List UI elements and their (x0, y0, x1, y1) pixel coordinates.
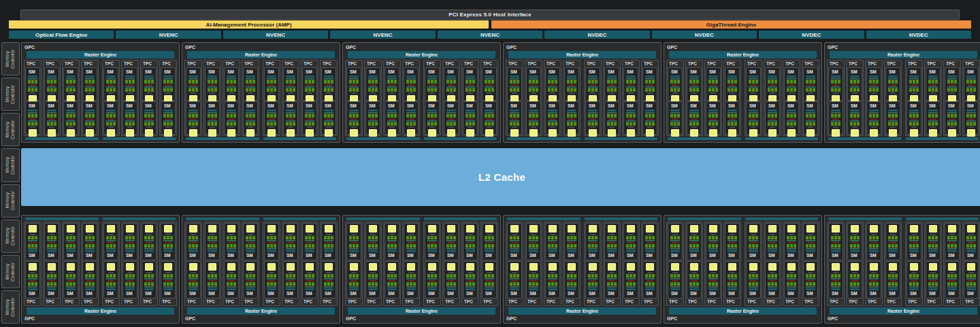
tpc-group-strip (186, 218, 259, 220)
sm-core-block (850, 236, 860, 241)
sm-core-block (869, 86, 879, 92)
sm-core-bars (909, 80, 919, 84)
tpc-group-strip (103, 218, 176, 220)
sm-core-block (510, 244, 519, 249)
sm-block: SM (604, 261, 619, 298)
cuda-core-bar (774, 114, 777, 118)
cuda-core-bar (951, 244, 953, 247)
cuda-core-bar (513, 244, 516, 247)
sm-rt-core-block (787, 263, 796, 271)
cuda-core-bar (289, 80, 292, 84)
sm-core-bars (163, 122, 173, 126)
sm-core-block-cap (966, 112, 976, 114)
cuda-core-bar (529, 274, 532, 277)
sm-separator-strip (408, 242, 414, 243)
sm-block: SM (82, 223, 97, 260)
sm-core-block-cap (728, 112, 737, 114)
cuda-core-bar (92, 114, 95, 118)
sm-core-block-cap (645, 112, 655, 114)
cuda-core-bar (853, 114, 856, 118)
sm-separator-strip (325, 118, 332, 120)
cuda-core-bar (434, 244, 437, 247)
sm-core-block (368, 112, 378, 118)
sm-block: SM (765, 101, 780, 135)
sm-label: SM (267, 69, 276, 75)
sm-core-block-cap (548, 240, 557, 241)
sm-core-bars (406, 114, 416, 118)
cuda-core-bar (752, 114, 755, 118)
sm-core-bars (466, 122, 475, 126)
tpc-block: TPCSMSM (140, 222, 158, 306)
cuda-core-bar (349, 80, 352, 84)
tpc-label: TPC (847, 61, 862, 67)
cuda-core-bar (517, 244, 519, 247)
cuda-core-bar (630, 282, 632, 286)
sm-block: SM (264, 67, 279, 101)
cuda-core-bar (909, 274, 912, 277)
cuda-core-bar (588, 274, 591, 277)
cuda-core-bar (368, 88, 371, 92)
sm-rt-core-block (388, 225, 396, 233)
sm-core-block-cap (548, 86, 557, 88)
cuda-core-bar (129, 114, 131, 118)
sm-l1-cache-strip (66, 75, 76, 78)
sm-core-bars (787, 236, 796, 239)
cuda-core-bar (614, 282, 617, 286)
sm-core-block-cap (227, 286, 236, 288)
cuda-core-bar (170, 244, 173, 247)
sm-core-bars (163, 88, 173, 92)
cuda-core-bar (630, 244, 632, 247)
sm-core-bars (645, 114, 655, 118)
sm-l1-cache-strip (349, 288, 359, 290)
cuda-core-bar (517, 80, 519, 84)
sm-rt-core-block (145, 263, 153, 271)
cuda-core-bar (916, 244, 919, 247)
sm-separator-strip (530, 84, 537, 86)
sm-texture-units (127, 92, 133, 94)
cuda-core-bar (570, 274, 573, 277)
sm-texture-units (770, 92, 775, 94)
cuda-core-bar (453, 80, 456, 84)
tpc-block: TPCSMSM (383, 222, 401, 306)
sm-core-block-cap (768, 240, 777, 241)
memory-controller-label: MemoryController (5, 191, 16, 210)
cuda-core-bar (308, 88, 311, 92)
cuda-core-bar (349, 236, 352, 239)
sm-l1-cache-strip (831, 109, 840, 111)
sm-rt-core-block (967, 225, 975, 233)
sm-core-block-cap (928, 240, 938, 241)
sm-l1-cache-strip (966, 109, 976, 111)
memory-controller-label: MemoryController (5, 85, 16, 104)
cuda-core-bar (472, 244, 475, 247)
cuda-core-bar (406, 244, 409, 247)
cuda-core-bar (189, 244, 191, 247)
cuda-core-bar (47, 88, 50, 92)
tpc-label: TPC (444, 61, 459, 67)
sm-block: SM (687, 261, 702, 298)
cuda-core-bar (73, 122, 76, 126)
cuda-core-bar (413, 244, 416, 247)
cuda-core-bar (466, 274, 468, 277)
sm-core-bars (728, 114, 737, 118)
cuda-core-bar (491, 122, 494, 126)
cuda-core-bar (970, 244, 973, 247)
sm-core-block-cap (189, 278, 198, 279)
cuda-core-bar (324, 114, 327, 118)
cuda-core-bar (610, 244, 613, 247)
sm-core-block (670, 282, 680, 288)
tpc-block: TPCSMSM (666, 222, 684, 306)
cuda-core-bar (916, 236, 919, 239)
sm-block: SM (205, 67, 220, 101)
sm-core-bars (189, 274, 198, 277)
cuda-core-bar (167, 122, 169, 126)
cuda-core-bar (249, 114, 252, 118)
cuda-core-bar (834, 88, 837, 92)
sm-separator-strip (429, 84, 436, 86)
cuda-core-bar (50, 114, 53, 118)
tpc-group-strip (828, 218, 902, 220)
cuda-core-bar (633, 122, 636, 126)
sm-texture-units (911, 92, 917, 94)
sm-texture-units (890, 126, 896, 128)
sm-separator-strip (448, 242, 455, 243)
sm-separator-strip (568, 118, 575, 120)
